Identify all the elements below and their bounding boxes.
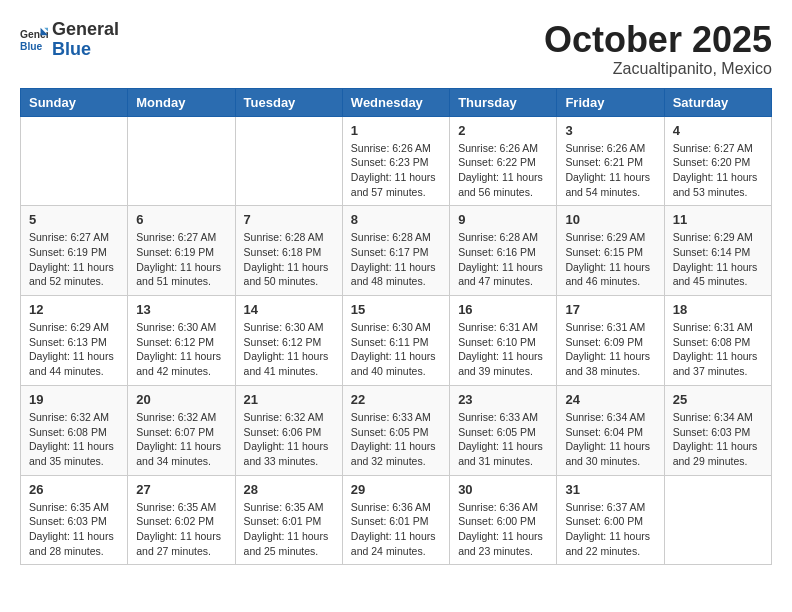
- day-number: 28: [244, 482, 334, 497]
- day-info: Sunrise: 6:32 AM Sunset: 6:06 PM Dayligh…: [244, 410, 334, 469]
- calendar-cell: 2 Sunrise: 6:26 AM Sunset: 6:22 PM Dayli…: [450, 116, 557, 206]
- day-number: 1: [351, 123, 441, 138]
- calendar-cell: 19 Sunrise: 6:32 AM Sunset: 6:08 PM Dayl…: [21, 385, 128, 475]
- calendar-cell: 30 Sunrise: 6:36 AM Sunset: 6:00 PM Dayl…: [450, 475, 557, 565]
- day-number: 21: [244, 392, 334, 407]
- day-info: Sunrise: 6:29 AM Sunset: 6:15 PM Dayligh…: [565, 230, 655, 289]
- day-number: 2: [458, 123, 548, 138]
- day-info: Sunrise: 6:36 AM Sunset: 6:01 PM Dayligh…: [351, 500, 441, 559]
- calendar-week-5: 26 Sunrise: 6:35 AM Sunset: 6:03 PM Dayl…: [21, 475, 772, 565]
- calendar-cell: 29 Sunrise: 6:36 AM Sunset: 6:01 PM Dayl…: [342, 475, 449, 565]
- calendar-cell: 31 Sunrise: 6:37 AM Sunset: 6:00 PM Dayl…: [557, 475, 664, 565]
- svg-text:Blue: Blue: [20, 41, 43, 52]
- calendar-header-tuesday: Tuesday: [235, 88, 342, 116]
- calendar-cell: [235, 116, 342, 206]
- calendar-header-friday: Friday: [557, 88, 664, 116]
- day-number: 30: [458, 482, 548, 497]
- day-info: Sunrise: 6:33 AM Sunset: 6:05 PM Dayligh…: [351, 410, 441, 469]
- day-info: Sunrise: 6:32 AM Sunset: 6:07 PM Dayligh…: [136, 410, 226, 469]
- calendar-cell: 21 Sunrise: 6:32 AM Sunset: 6:06 PM Dayl…: [235, 385, 342, 475]
- calendar-cell: [664, 475, 771, 565]
- logo: General Blue General Blue: [20, 20, 119, 60]
- calendar-cell: 25 Sunrise: 6:34 AM Sunset: 6:03 PM Dayl…: [664, 385, 771, 475]
- month-title: October 2025: [544, 20, 772, 60]
- day-number: 5: [29, 212, 119, 227]
- calendar-cell: 24 Sunrise: 6:34 AM Sunset: 6:04 PM Dayl…: [557, 385, 664, 475]
- day-number: 26: [29, 482, 119, 497]
- calendar-cell: [128, 116, 235, 206]
- day-number: 27: [136, 482, 226, 497]
- day-info: Sunrise: 6:35 AM Sunset: 6:01 PM Dayligh…: [244, 500, 334, 559]
- day-number: 23: [458, 392, 548, 407]
- day-info: Sunrise: 6:35 AM Sunset: 6:02 PM Dayligh…: [136, 500, 226, 559]
- logo-icon: General Blue: [20, 26, 48, 54]
- day-number: 11: [673, 212, 763, 227]
- day-info: Sunrise: 6:27 AM Sunset: 6:20 PM Dayligh…: [673, 141, 763, 200]
- day-info: Sunrise: 6:30 AM Sunset: 6:12 PM Dayligh…: [244, 320, 334, 379]
- day-info: Sunrise: 6:26 AM Sunset: 6:21 PM Dayligh…: [565, 141, 655, 200]
- day-info: Sunrise: 6:32 AM Sunset: 6:08 PM Dayligh…: [29, 410, 119, 469]
- calendar-cell: 3 Sunrise: 6:26 AM Sunset: 6:21 PM Dayli…: [557, 116, 664, 206]
- day-info: Sunrise: 6:33 AM Sunset: 6:05 PM Dayligh…: [458, 410, 548, 469]
- calendar-cell: 9 Sunrise: 6:28 AM Sunset: 6:16 PM Dayli…: [450, 206, 557, 296]
- title-block: October 2025 Zacualtipanito, Mexico: [544, 20, 772, 78]
- day-info: Sunrise: 6:31 AM Sunset: 6:08 PM Dayligh…: [673, 320, 763, 379]
- day-number: 14: [244, 302, 334, 317]
- calendar-cell: 28 Sunrise: 6:35 AM Sunset: 6:01 PM Dayl…: [235, 475, 342, 565]
- calendar-cell: 4 Sunrise: 6:27 AM Sunset: 6:20 PM Dayli…: [664, 116, 771, 206]
- day-info: Sunrise: 6:26 AM Sunset: 6:23 PM Dayligh…: [351, 141, 441, 200]
- calendar-cell: 10 Sunrise: 6:29 AM Sunset: 6:15 PM Dayl…: [557, 206, 664, 296]
- day-number: 10: [565, 212, 655, 227]
- calendar-cell: 12 Sunrise: 6:29 AM Sunset: 6:13 PM Dayl…: [21, 296, 128, 386]
- calendar-table: SundayMondayTuesdayWednesdayThursdayFrid…: [20, 88, 772, 566]
- day-info: Sunrise: 6:35 AM Sunset: 6:03 PM Dayligh…: [29, 500, 119, 559]
- calendar-week-2: 5 Sunrise: 6:27 AM Sunset: 6:19 PM Dayli…: [21, 206, 772, 296]
- day-number: 20: [136, 392, 226, 407]
- day-info: Sunrise: 6:30 AM Sunset: 6:12 PM Dayligh…: [136, 320, 226, 379]
- calendar-cell: 22 Sunrise: 6:33 AM Sunset: 6:05 PM Dayl…: [342, 385, 449, 475]
- calendar-cell: 20 Sunrise: 6:32 AM Sunset: 6:07 PM Dayl…: [128, 385, 235, 475]
- page-header: General Blue General Blue October 2025 Z…: [20, 20, 772, 78]
- day-number: 6: [136, 212, 226, 227]
- calendar-header-thursday: Thursday: [450, 88, 557, 116]
- calendar-cell: 7 Sunrise: 6:28 AM Sunset: 6:18 PM Dayli…: [235, 206, 342, 296]
- day-info: Sunrise: 6:31 AM Sunset: 6:09 PM Dayligh…: [565, 320, 655, 379]
- logo-general: General: [52, 20, 119, 40]
- day-info: Sunrise: 6:34 AM Sunset: 6:03 PM Dayligh…: [673, 410, 763, 469]
- day-number: 22: [351, 392, 441, 407]
- day-number: 19: [29, 392, 119, 407]
- calendar-header-monday: Monday: [128, 88, 235, 116]
- calendar-cell: 27 Sunrise: 6:35 AM Sunset: 6:02 PM Dayl…: [128, 475, 235, 565]
- day-info: Sunrise: 6:29 AM Sunset: 6:13 PM Dayligh…: [29, 320, 119, 379]
- day-number: 7: [244, 212, 334, 227]
- day-number: 3: [565, 123, 655, 138]
- day-number: 12: [29, 302, 119, 317]
- day-number: 24: [565, 392, 655, 407]
- day-number: 13: [136, 302, 226, 317]
- calendar-week-1: 1 Sunrise: 6:26 AM Sunset: 6:23 PM Dayli…: [21, 116, 772, 206]
- calendar-cell: 16 Sunrise: 6:31 AM Sunset: 6:10 PM Dayl…: [450, 296, 557, 386]
- calendar-cell: 1 Sunrise: 6:26 AM Sunset: 6:23 PM Dayli…: [342, 116, 449, 206]
- day-info: Sunrise: 6:34 AM Sunset: 6:04 PM Dayligh…: [565, 410, 655, 469]
- day-info: Sunrise: 6:37 AM Sunset: 6:00 PM Dayligh…: [565, 500, 655, 559]
- calendar-cell: 15 Sunrise: 6:30 AM Sunset: 6:11 PM Dayl…: [342, 296, 449, 386]
- day-number: 18: [673, 302, 763, 317]
- calendar-header-row: SundayMondayTuesdayWednesdayThursdayFrid…: [21, 88, 772, 116]
- day-info: Sunrise: 6:28 AM Sunset: 6:17 PM Dayligh…: [351, 230, 441, 289]
- day-info: Sunrise: 6:26 AM Sunset: 6:22 PM Dayligh…: [458, 141, 548, 200]
- calendar-cell: 6 Sunrise: 6:27 AM Sunset: 6:19 PM Dayli…: [128, 206, 235, 296]
- day-info: Sunrise: 6:27 AM Sunset: 6:19 PM Dayligh…: [136, 230, 226, 289]
- calendar-week-4: 19 Sunrise: 6:32 AM Sunset: 6:08 PM Dayl…: [21, 385, 772, 475]
- calendar-header-saturday: Saturday: [664, 88, 771, 116]
- day-info: Sunrise: 6:36 AM Sunset: 6:00 PM Dayligh…: [458, 500, 548, 559]
- calendar-cell: 8 Sunrise: 6:28 AM Sunset: 6:17 PM Dayli…: [342, 206, 449, 296]
- calendar-week-3: 12 Sunrise: 6:29 AM Sunset: 6:13 PM Dayl…: [21, 296, 772, 386]
- calendar-cell: 17 Sunrise: 6:31 AM Sunset: 6:09 PM Dayl…: [557, 296, 664, 386]
- calendar-cell: 26 Sunrise: 6:35 AM Sunset: 6:03 PM Dayl…: [21, 475, 128, 565]
- calendar-cell: 5 Sunrise: 6:27 AM Sunset: 6:19 PM Dayli…: [21, 206, 128, 296]
- logo-blue: Blue: [52, 40, 119, 60]
- calendar-header-sunday: Sunday: [21, 88, 128, 116]
- day-number: 29: [351, 482, 441, 497]
- day-info: Sunrise: 6:27 AM Sunset: 6:19 PM Dayligh…: [29, 230, 119, 289]
- calendar-cell: 14 Sunrise: 6:30 AM Sunset: 6:12 PM Dayl…: [235, 296, 342, 386]
